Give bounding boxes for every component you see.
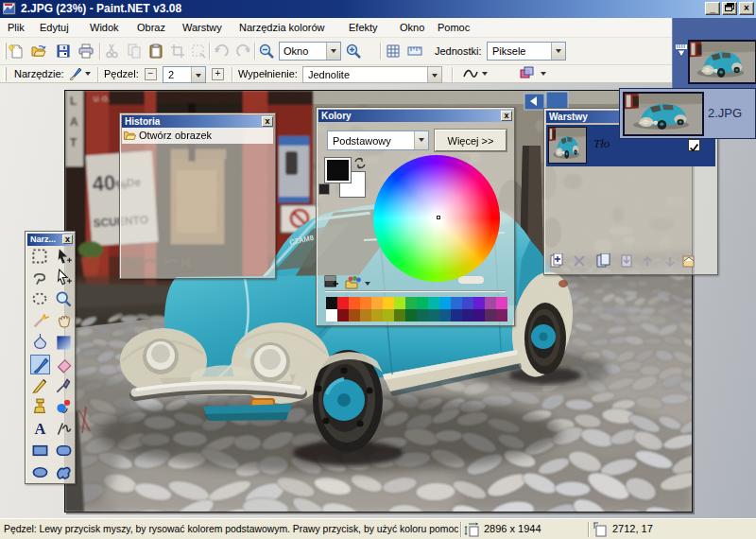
svg-text:A: A [35,420,46,438]
